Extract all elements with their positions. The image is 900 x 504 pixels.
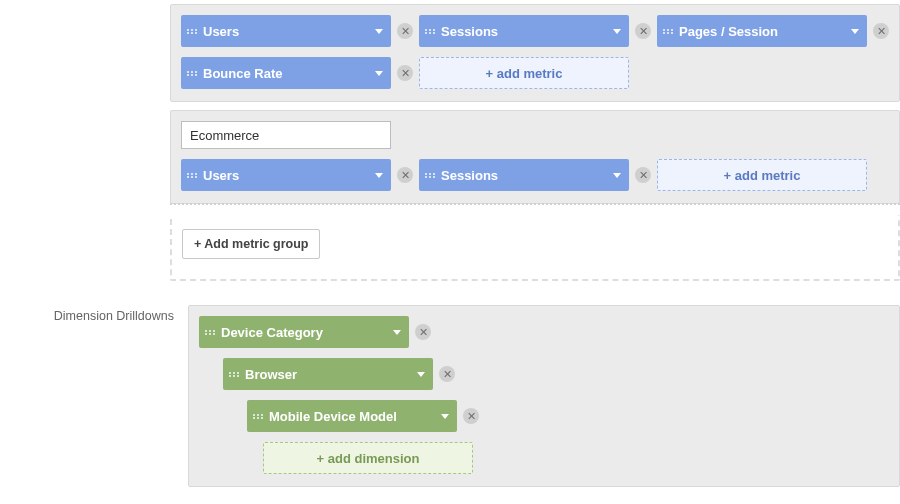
drag-icon <box>205 330 215 335</box>
dimension-chip-device-category[interactable]: Device Category <box>199 316 409 348</box>
metric-chip-label: Sessions <box>441 168 498 183</box>
remove-icon[interactable]: ✕ <box>397 23 413 39</box>
chevron-down-icon <box>613 173 621 178</box>
remove-icon[interactable]: ✕ <box>397 167 413 183</box>
drag-icon <box>187 71 197 76</box>
metric-group-2: Users ✕ Sessions ✕ + add metric <box>170 110 900 204</box>
drag-icon <box>253 414 263 419</box>
remove-icon[interactable]: ✕ <box>439 366 455 382</box>
divider <box>170 203 900 215</box>
drag-icon <box>187 29 197 34</box>
chevron-down-icon <box>441 414 449 419</box>
drag-icon <box>187 173 197 178</box>
remove-icon[interactable]: ✕ <box>397 65 413 81</box>
add-metric-group-button[interactable]: + Add metric group <box>182 229 320 259</box>
chevron-down-icon <box>613 29 621 34</box>
metric-chip-users[interactable]: Users <box>181 15 391 47</box>
add-metric-button[interactable]: + add metric <box>657 159 867 191</box>
chevron-down-icon <box>417 372 425 377</box>
dimension-chip-label: Browser <box>245 367 297 382</box>
dimension-drilldowns-panel: Device Category ✕ Browser ✕ <box>188 305 900 487</box>
metric-chip-users[interactable]: Users <box>181 159 391 191</box>
dimension-chip-mobile-device-model[interactable]: Mobile Device Model <box>247 400 457 432</box>
metric-chip-pages-session[interactable]: Pages / Session <box>657 15 867 47</box>
add-metric-group-label: + Add metric group <box>194 237 308 251</box>
metric-chip-bounce-rate[interactable]: Bounce Rate <box>181 57 391 89</box>
add-metric-group-area: + Add metric group <box>170 215 900 281</box>
chevron-down-icon <box>375 71 383 76</box>
drag-icon <box>425 29 435 34</box>
remove-icon[interactable]: ✕ <box>463 408 479 424</box>
chevron-down-icon <box>851 29 859 34</box>
remove-icon[interactable]: ✕ <box>415 324 431 340</box>
add-metric-label: + add metric <box>486 66 563 81</box>
chevron-down-icon <box>375 173 383 178</box>
chevron-down-icon <box>393 330 401 335</box>
metric-chip-label: Sessions <box>441 24 498 39</box>
remove-icon[interactable]: ✕ <box>635 167 651 183</box>
add-metric-label: + add metric <box>724 168 801 183</box>
metric-group-1: Users ✕ Sessions ✕ Pages / Session <box>170 4 900 102</box>
dimension-chip-label: Mobile Device Model <box>269 409 397 424</box>
drag-icon <box>229 372 239 377</box>
add-metric-button[interactable]: + add metric <box>419 57 629 89</box>
add-dimension-button[interactable]: + add dimension <box>263 442 473 474</box>
chevron-down-icon <box>375 29 383 34</box>
metric-chip-label: Users <box>203 24 239 39</box>
metric-chip-label: Pages / Session <box>679 24 778 39</box>
remove-icon[interactable]: ✕ <box>635 23 651 39</box>
dimension-chip-label: Device Category <box>221 325 323 340</box>
metric-chip-label: Bounce Rate <box>203 66 282 81</box>
remove-icon[interactable]: ✕ <box>873 23 889 39</box>
metric-chip-sessions[interactable]: Sessions <box>419 159 629 191</box>
metric-chip-label: Users <box>203 168 239 183</box>
metric-group-name-input[interactable] <box>181 121 391 149</box>
dimension-drilldowns-label: Dimension Drilldowns <box>54 309 174 323</box>
add-dimension-label: + add dimension <box>317 451 420 466</box>
metric-chip-sessions[interactable]: Sessions <box>419 15 629 47</box>
filters-heading: Filters - optional <box>8 487 900 504</box>
drag-icon <box>425 173 435 178</box>
dimension-chip-browser[interactable]: Browser <box>223 358 433 390</box>
drag-icon <box>663 29 673 34</box>
